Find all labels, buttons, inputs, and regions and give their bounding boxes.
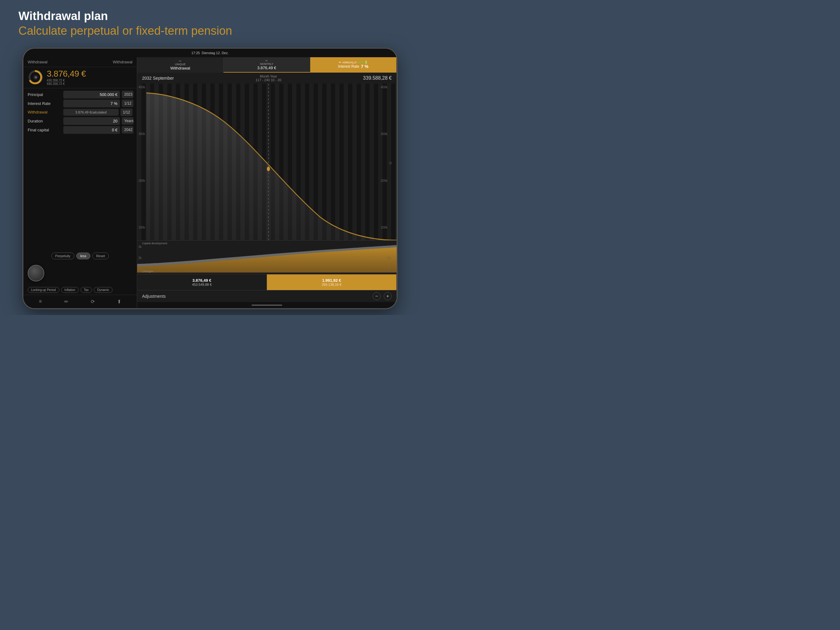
chart-meta-line1: Month Year <box>256 74 281 78</box>
adj-minus-button[interactable]: − <box>373 292 381 300</box>
interest-rate-row: Interest Rate 1/12 <box>28 100 133 108</box>
tab-withdrawal-monthly[interactable]: ✏ monthly 3.876,49 € <box>224 57 310 73</box>
interest-rate-label: Interest Rate <box>28 101 62 106</box>
duration-row: Duration Years <box>28 117 133 125</box>
perpetuity-button[interactable]: Perpetuity <box>51 253 75 259</box>
withdrawal-input[interactable] <box>63 109 119 116</box>
page-header: Withdrawal plan Calculate perpetual or f… <box>0 0 420 44</box>
tab3-sublabel: annually <box>343 61 357 64</box>
adjustments-label: Adjustments <box>142 294 166 299</box>
dial-container <box>24 262 137 285</box>
chart-meta: Month Year 117 - 240 10 - 20 <box>256 74 281 82</box>
small-y-3k-right: 3k <box>387 245 390 249</box>
tab-interest-rate[interactable]: ✏ annually 83% 🔋 Interest Rate 7 % <box>310 57 396 73</box>
withdrawal-amount: 3.876,49 € <box>47 69 86 79</box>
withdrawal-amount-block: 3.876,49 € 430.358,72 € 930.358,72 € <box>47 69 86 85</box>
principal-suffix: 2023 <box>122 91 133 98</box>
home-indicator <box>137 302 396 308</box>
edit-icon[interactable]: ✏ <box>61 298 71 306</box>
action-buttons: Perpetuity less Reset <box>24 250 137 262</box>
tabs-row: ✏ unique Withdrawal ✏ monthly 3.876,49 €… <box>137 57 396 73</box>
status-time: 17:25 Dienstag 12. Dez. <box>191 51 229 55</box>
dynamic-tag[interactable]: Dynamic <box>94 287 112 293</box>
page-title: Withdrawal plan <box>19 9 401 24</box>
left-header-value: Withdrawal <box>113 60 133 64</box>
bv-cell-2: 1.991,92 € 293.138,16 € <box>267 274 396 290</box>
principal-label: Principal <box>28 92 62 97</box>
chart-meta-line2: 117 - 240 10 - 20 <box>256 78 281 82</box>
left-header-title: Withdrawal <box>28 60 47 64</box>
tab-withdrawal-unique[interactable]: ✏ unique Withdrawal <box>137 57 224 73</box>
svg-point-4 <box>267 166 270 171</box>
interest-rate-suffix: 1/12 <box>122 100 133 107</box>
tab2-edit-icon: ✏ <box>265 59 268 62</box>
input-grid: Principal 2023 Interest Rate 1/12 Withdr… <box>24 88 137 250</box>
tablet-device: 17:25 Dienstag 12. Dez. Withdrawal Withd… <box>22 47 398 309</box>
right-panel: ✏ unique Withdrawal ✏ monthly 3.876,49 €… <box>137 57 396 308</box>
tab1-edit-icon: ✏ <box>179 59 182 63</box>
bv-sub-2: 293.138,16 € <box>322 283 341 287</box>
bv-main-2: 1.991,92 € <box>322 278 341 283</box>
final-capital-suffix: 2042 <box>122 126 133 133</box>
principal-row: Principal 2023 <box>28 91 133 98</box>
small-y-1k-left: 1k <box>138 268 142 271</box>
duration-label: Duration <box>28 119 62 123</box>
tab3-label: Interest Rate <box>338 64 359 69</box>
bv-main-1: 3.876,49 € <box>193 278 211 283</box>
adj-plus-button[interactable]: + <box>384 292 392 300</box>
less-button[interactable]: less <box>76 253 90 259</box>
final-capital-label: Final capital <box>28 128 62 132</box>
principal-input[interactable] <box>63 91 120 98</box>
duration-suffix: Years <box>122 117 133 125</box>
withdrawal-display: ⚙ 3.876,49 € 430.358,72 € 930.358,72 € <box>24 67 137 88</box>
chart-date: 2032 September <box>142 76 174 81</box>
home-bar <box>251 304 282 306</box>
bottom-values-row: 3.876,49 € 453.549,88 € 1.991,92 € 293.1… <box>137 274 396 290</box>
sub-amount-1: 430.358,72 € <box>47 79 86 82</box>
bv-cell-1: 3.876,49 € 453.549,88 € <box>137 274 267 290</box>
tab2-sublabel: monthly <box>260 62 273 65</box>
tab3-edit-icon: ✏ <box>339 60 341 64</box>
tax-tag[interactable]: Tax <box>81 287 92 293</box>
sub-amounts: 430.358,72 € 930.358,72 € <box>47 79 86 85</box>
chart-total: 339.588,28 € <box>363 75 392 81</box>
small-y-2k-left: 2k <box>138 256 142 260</box>
history-icon[interactable]: ⟳ <box>88 298 98 306</box>
small-y-labels-left: 3k 2k 1k <box>138 245 142 271</box>
bottom-toolbar: ≡ ✏ ⟳ ⬆ <box>24 295 137 308</box>
main-chart-svg <box>137 84 396 240</box>
tab3-value: 7 % <box>361 64 368 69</box>
page-subtitle: Calculate perpetual or fixed-term pensio… <box>19 24 401 38</box>
withdrawal-row: Withdrawal 1/12 <box>28 109 133 116</box>
app-content: Withdrawal Withdrawal ⚙ 3.876,49 € <box>24 57 396 308</box>
small-y-2k-right: 2k <box>387 256 390 260</box>
inflation-tag[interactable]: Inflation <box>61 287 79 293</box>
svg-text:⚙: ⚙ <box>35 76 37 79</box>
small-chart-area: Capital development <box>137 240 396 274</box>
withdrawal-suffix: 1/12 <box>120 109 133 116</box>
adjustments-bar: Adjustments − + <box>137 290 396 302</box>
tag-row: Locking-up Period Inflation Tax Dynamic <box>24 285 137 295</box>
locking-up-tag[interactable]: Locking-up Period <box>28 287 59 293</box>
final-capital-input[interactable] <box>63 126 120 134</box>
final-capital-row: Final capital 2042 <box>28 126 133 134</box>
adj-buttons: − + <box>373 292 392 300</box>
small-chart-svg <box>137 241 396 274</box>
duration-input[interactable] <box>63 117 120 125</box>
interest-rate-input[interactable] <box>63 100 120 108</box>
left-header: Withdrawal Withdrawal <box>24 57 137 67</box>
withdrawal-label: Withdrawal <box>28 110 62 114</box>
left-panel: Withdrawal Withdrawal ⚙ 3.876,49 € <box>24 57 137 308</box>
reset-button[interactable]: Reset <box>92 253 109 259</box>
share-icon[interactable]: ⬆ <box>114 298 124 306</box>
donut-chart: ⚙ <box>28 69 44 85</box>
bv-sub-1: 453.549,88 € <box>192 283 212 287</box>
dial-control[interactable] <box>28 265 44 282</box>
tab2-value: 3.876,49 € <box>257 65 276 70</box>
menu-icon[interactable]: ≡ <box>36 298 45 306</box>
status-bar: 17:25 Dienstag 12. Dez. <box>24 49 396 57</box>
tab1-sublabel: unique <box>175 63 186 66</box>
small-y-3k-left: 3k <box>138 245 142 249</box>
sub-amount-2: 930.358,72 € <box>47 82 86 85</box>
small-y-labels-right: 3k 2k 1k <box>387 245 390 271</box>
